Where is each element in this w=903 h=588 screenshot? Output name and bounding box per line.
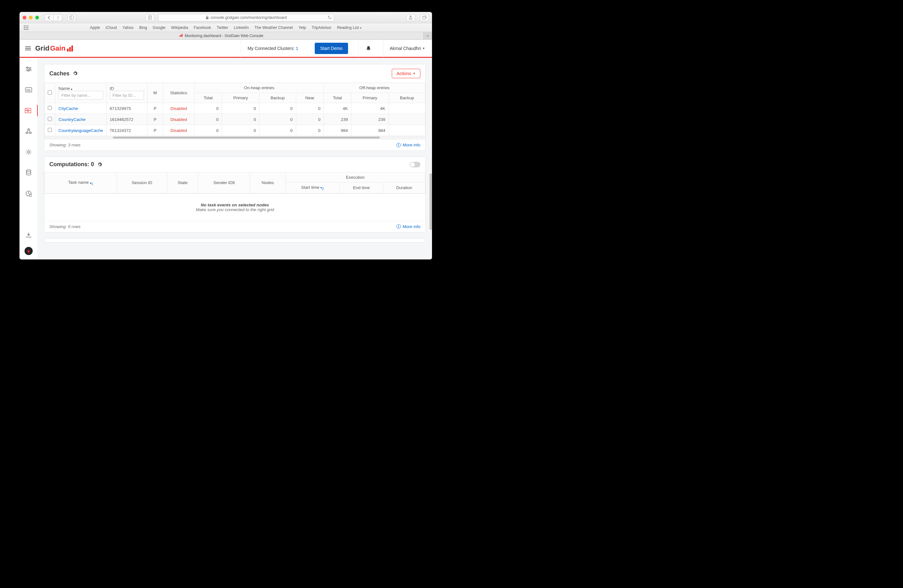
close-window-button[interactable]	[23, 16, 27, 19]
forward-button[interactable]	[53, 14, 62, 21]
gridgain-logo[interactable]: GridGain	[35, 44, 73, 52]
col-id[interactable]: ID	[110, 86, 144, 91]
col-task-name[interactable]: Task name	[68, 180, 89, 185]
info-icon: i	[396, 143, 401, 147]
col-onheap-primary[interactable]: Primary	[222, 93, 260, 103]
notifications-button[interactable]	[358, 39, 379, 58]
nav-storage-icon[interactable]	[19, 167, 38, 179]
table-row[interactable]: CountrylanguageCache761324372PDisabled00…	[45, 125, 425, 136]
nav-settings-icon[interactable]	[19, 146, 38, 158]
bookmark-item[interactable]: Facebook	[194, 25, 211, 30]
nav-history-icon[interactable]	[19, 188, 38, 199]
filter-id-input[interactable]	[110, 91, 144, 100]
cache-name-link[interactable]: CountrylanguageCache	[58, 128, 103, 133]
browser-tab[interactable]: Monitoring dashboard - GridGain Web Cons…	[19, 32, 423, 39]
caches-more-info-link[interactable]: iMore info	[396, 143, 420, 147]
col-onheap-near[interactable]: Near	[296, 93, 324, 103]
col-offheap-primary[interactable]: Primary	[351, 93, 389, 103]
svg-rect-8	[423, 17, 426, 19]
col-statistics[interactable]: Statistics	[163, 83, 194, 103]
user-menu[interactable]: Akmal Chaudhri ▾	[383, 39, 426, 58]
nav-download-icon[interactable]	[19, 229, 38, 241]
bookmark-item[interactable]: The Weather Channel	[254, 25, 293, 30]
select-all-checkbox[interactable]	[48, 91, 52, 94]
cache-name-link[interactable]: CountryCache	[58, 117, 85, 122]
clusters-label: My Connected Clusters:	[247, 46, 294, 51]
offheap-backup	[389, 103, 425, 114]
share-button[interactable]	[406, 14, 415, 21]
col-end-time[interactable]: End time	[340, 182, 383, 193]
table-row[interactable]: CountryCache1619462572PDisabled000023923…	[45, 114, 425, 125]
col-offheap-backup[interactable]: Backup	[389, 93, 425, 103]
col-start-time[interactable]: Start time	[301, 185, 319, 190]
computations-table: Task name ▴1 Session ID State Sender ID8…	[44, 172, 425, 193]
clusters-count[interactable]: 1	[296, 46, 298, 51]
offheap-backup	[389, 125, 425, 136]
cache-id: 761324372	[106, 125, 147, 136]
row-checkbox[interactable]	[48, 106, 52, 110]
bookmark-item[interactable]: LinkedIn	[234, 25, 249, 30]
bookmark-item[interactable]: Apple	[90, 25, 100, 30]
bookmark-item[interactable]: Wikipedia	[171, 25, 188, 30]
bookmark-item[interactable]: Yahoo	[123, 25, 134, 30]
col-onheap: On-heap entries	[194, 83, 324, 93]
svg-rect-14	[27, 27, 28, 28]
svg-point-37	[27, 170, 31, 171]
col-state[interactable]: State	[167, 172, 198, 193]
nav-monitoring-icon[interactable]	[20, 105, 38, 116]
svg-rect-10	[26, 25, 27, 27]
col-execution: Execution	[285, 172, 425, 182]
horizontal-scrollbar[interactable]	[44, 136, 425, 139]
tabs-button[interactable]	[420, 14, 429, 21]
col-duration[interactable]: Duration	[383, 182, 425, 193]
col-session-id[interactable]: Session ID	[117, 172, 167, 193]
svg-rect-12	[24, 27, 25, 28]
offheap-primary: 4K	[351, 103, 389, 114]
nav-cluster-icon[interactable]	[19, 125, 38, 137]
col-m[interactable]: M	[147, 83, 163, 103]
fullscreen-window-button[interactable]	[35, 16, 39, 19]
apps-icon[interactable]	[24, 25, 28, 30]
bookmark-item[interactable]: iCloud	[105, 25, 116, 30]
vertical-scrollbar[interactable]	[429, 173, 432, 230]
bookmark-item[interactable]: Twitter	[217, 25, 228, 30]
col-sender[interactable]: Sender ID8	[198, 172, 250, 193]
connected-clusters[interactable]: My Connected Clusters: 1	[241, 39, 304, 58]
col-name[interactable]: Name	[58, 86, 72, 91]
actions-button[interactable]: Actions ▼	[392, 69, 420, 78]
minimize-window-button[interactable]	[29, 16, 33, 19]
filter-name-input[interactable]	[58, 91, 103, 100]
menu-button[interactable]	[25, 47, 31, 50]
nav-ignite-badge[interactable]	[25, 247, 33, 255]
bookmark-item[interactable]: Yelp	[298, 25, 306, 30]
gear-icon[interactable]	[72, 71, 78, 76]
favicon-icon	[179, 34, 183, 38]
col-offheap-total[interactable]: Total	[324, 93, 351, 103]
row-checkbox[interactable]	[48, 117, 52, 121]
url-text: console.gridgain.com/monitoring/dashboar…	[211, 16, 287, 20]
nav-sql-icon[interactable]: SQL	[19, 84, 38, 96]
bookmark-item[interactable]: Google	[153, 25, 165, 30]
sidebar-toggle-button[interactable]	[67, 14, 76, 21]
col-onheap-total[interactable]: Total	[194, 93, 222, 103]
reader-button[interactable]	[146, 14, 154, 21]
col-onheap-backup[interactable]: Backup	[260, 93, 296, 103]
computations-empty: No task events on selected nodes Make su…	[44, 193, 425, 221]
bookmark-item[interactable]: Bing	[139, 25, 147, 30]
table-row[interactable]: CityCache871329975PDisabled00004K4K	[45, 103, 425, 114]
refresh-icon[interactable]	[328, 16, 332, 19]
svg-rect-11	[27, 25, 28, 27]
bookmark-item[interactable]: TripAdvisor	[311, 25, 331, 30]
new-tab-button[interactable]: ＋	[423, 32, 432, 39]
nav-configure-icon[interactable]	[19, 63, 38, 75]
computations-more-info-link[interactable]: iMore info	[396, 224, 420, 229]
row-checkbox[interactable]	[48, 128, 52, 132]
back-button[interactable]	[45, 14, 53, 21]
url-bar[interactable]: console.gridgain.com/monitoring/dashboar…	[158, 14, 334, 21]
cache-name-link[interactable]: CityCache	[58, 106, 78, 111]
computations-toggle[interactable]	[410, 162, 420, 168]
bookmark-item[interactable]: Reading List ▾	[337, 25, 362, 30]
start-demo-button[interactable]: Start Demo	[315, 43, 348, 54]
gear-icon[interactable]	[97, 162, 102, 167]
col-nodes[interactable]: Nodes	[250, 172, 285, 193]
